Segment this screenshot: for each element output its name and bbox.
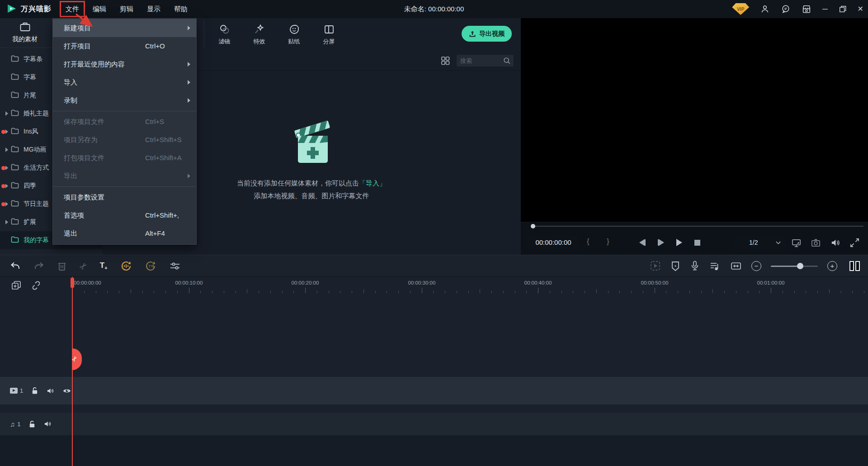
mute-track-icon[interactable] — [46, 387, 55, 395]
playhead[interactable] — [72, 277, 73, 466]
zoom-in-button[interactable]: + — [827, 261, 837, 271]
menu-item-import[interactable]: 导入 — [53, 73, 196, 91]
adjust-settings-icon[interactable] — [169, 261, 181, 271]
seek-bar[interactable] — [521, 222, 868, 231]
empty-hint-line2: 添加本地视频、音频、图片和字幕文件 — [254, 192, 369, 200]
stickers-icon — [288, 24, 300, 35]
tab-stickers[interactable]: 贴纸 — [277, 18, 311, 51]
menu-item-open-project[interactable]: 打开项目Ctrl+O — [53, 37, 196, 55]
panel-layout-toggle[interactable] — [849, 261, 860, 271]
menu-item-new-project[interactable]: 新建项目 — [53, 19, 196, 37]
split-scissors-icon[interactable]: ✂ — [77, 259, 90, 272]
ruler-label: 00:00:30:00 — [408, 280, 436, 285]
folder-icon — [11, 164, 19, 171]
add-text-icon[interactable]: T+ — [100, 261, 108, 271]
expand-arrow-icon[interactable] — [5, 166, 8, 170]
speech-to-text-icon[interactable] — [120, 260, 132, 272]
expand-arrow-icon[interactable] — [5, 184, 8, 188]
menu-item-exit[interactable]: 退出Alt+F4 — [53, 224, 196, 243]
fit-timeline-icon[interactable] — [730, 261, 742, 271]
menu-edit[interactable]: 编辑 — [86, 0, 113, 18]
folder-icon — [11, 182, 19, 189]
playhead-handle[interactable] — [71, 278, 74, 288]
new-badge-dot — [1, 166, 5, 170]
menu-item-open-recent[interactable]: 打开最近使用的内容 — [53, 55, 196, 73]
menu-clip[interactable]: 剪辑 — [113, 0, 140, 18]
search-field[interactable] — [457, 55, 514, 67]
play-button[interactable] — [676, 239, 682, 246]
chevron-down-icon — [775, 240, 781, 246]
menu-item-project-settings[interactable]: 项目参数设置 — [53, 188, 196, 206]
search-input[interactable] — [460, 55, 500, 67]
expand-arrow-icon[interactable] — [5, 111, 8, 116]
effects-icon — [254, 24, 265, 35]
zoom-out-button[interactable]: − — [751, 261, 761, 271]
stop-button[interactable] — [694, 240, 700, 246]
feedback-chat-icon[interactable] — [781, 4, 791, 14]
menu-help[interactable]: 帮助 — [167, 0, 194, 18]
next-frame-button[interactable] — [658, 239, 664, 246]
tab-split-screen[interactable]: 分屏 — [311, 18, 346, 51]
export-video-button[interactable]: 导出视频 — [462, 26, 512, 42]
tab-filters[interactable]: 滤镜 — [207, 18, 242, 51]
expand-arrow-icon[interactable] — [5, 220, 8, 224]
render-preview-icon[interactable] — [650, 260, 661, 271]
marker-icon[interactable] — [670, 261, 680, 271]
timeline-ruler[interactable]: 00:00:00:00 00:00:10:00 00:00:20:00 00:0… — [0, 277, 868, 294]
link-clips-icon[interactable] — [31, 280, 42, 291]
video-track-row[interactable]: 1 — [0, 377, 868, 404]
speaker-icon[interactable] — [830, 238, 840, 248]
video-viewport[interactable] — [521, 18, 868, 222]
preview-quality-dropdown[interactable]: 1/2 — [735, 236, 786, 249]
audio-track-row[interactable]: ♫ 1 — [0, 413, 868, 435]
text-to-speech-icon[interactable]: T — [145, 260, 156, 272]
menu-file[interactable]: 文件 — [59, 0, 86, 18]
menu-item-record[interactable]: 录制 — [53, 91, 196, 109]
folder-icon — [11, 200, 19, 207]
folder-icon — [11, 218, 19, 225]
menu-view[interactable]: 显示 — [140, 0, 167, 18]
previous-frame-button[interactable] — [639, 239, 646, 246]
mark-out-button[interactable]: } — [607, 237, 609, 246]
my-media-label: 我的素材 — [0, 35, 50, 43]
fullscreen-icon[interactable] — [849, 238, 860, 248]
timeline-zoom-slider[interactable] — [771, 263, 818, 269]
mute-track-icon[interactable] — [43, 420, 52, 428]
voiceover-mic-icon[interactable] — [690, 260, 700, 271]
grid-view-icon[interactable] — [440, 56, 450, 66]
zoom-slider-track[interactable] — [771, 266, 818, 267]
store-icon[interactable] — [802, 4, 811, 14]
zoom-slider-handle[interactable] — [797, 263, 803, 269]
mark-in-button[interactable]: { — [587, 237, 590, 246]
search-icon[interactable] — [503, 57, 511, 65]
tab-effects[interactable]: 特效 — [242, 18, 277, 51]
current-timecode[interactable]: 00:00:00:00 — [528, 236, 579, 249]
audio-mixer-icon[interactable] — [709, 261, 721, 271]
folder-icon — [11, 91, 19, 98]
unlock-icon[interactable] — [31, 386, 38, 395]
unlock-icon[interactable] — [28, 420, 36, 428]
menu-item-save-project: 保存项目文件Ctrl+S — [53, 113, 196, 131]
snapshot-camera-icon[interactable] — [811, 238, 821, 248]
close-button[interactable]: ✕ — [858, 0, 863, 18]
expand-arrow-icon[interactable] — [5, 147, 8, 152]
seek-track[interactable] — [533, 226, 863, 227]
menu-item-preferences[interactable]: 首选项Ctrl+Shift+, — [53, 206, 196, 224]
timeline-toolbar: ✂ T+ T — [0, 255, 868, 277]
vip-badge-icon[interactable]: VIP — [732, 3, 749, 15]
add-track-icon[interactable] — [11, 280, 22, 291]
account-icon[interactable] — [760, 4, 770, 14]
minimize-button[interactable]: ─ — [822, 0, 827, 18]
delete-trash-icon[interactable] — [57, 261, 67, 271]
redo-icon[interactable] — [33, 261, 44, 271]
expand-arrow-icon[interactable] — [5, 202, 8, 206]
import-link[interactable]: 「导入」 — [359, 179, 386, 187]
expand-arrow-icon[interactable] — [5, 129, 8, 134]
timeline-tools-left: ✂ T+ T — [10, 255, 181, 276]
hide-track-eye-icon[interactable] — [62, 387, 71, 395]
playhead-cut-handle[interactable]: ✂ — [72, 348, 82, 370]
mirror-display-icon[interactable] — [791, 238, 802, 248]
restore-button[interactable] — [839, 5, 847, 13]
seek-handle[interactable] — [531, 224, 535, 228]
undo-icon[interactable] — [10, 261, 21, 271]
